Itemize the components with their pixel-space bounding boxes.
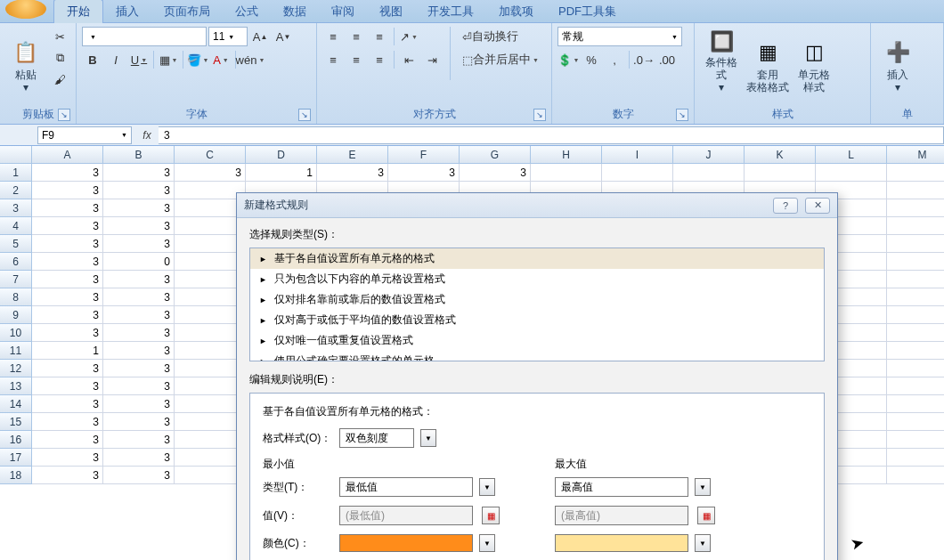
number-dialog-launcher[interactable]: ↘ [676,109,688,121]
row-header[interactable]: 13 [0,377,32,395]
cell[interactable]: 3 [103,377,175,395]
rule-type-list[interactable]: ►基于各自值设置所有单元格的格式 ►只为包含以下内容的单元格设置格式 ►仅对排名… [249,248,825,361]
row-header[interactable]: 15 [0,413,32,431]
cell[interactable] [175,395,246,413]
cell[interactable] [175,342,246,360]
cell[interactable]: 3 [32,324,103,342]
dialog-close-button[interactable]: ✕ [805,198,830,214]
cell[interactable]: 3 [103,431,175,449]
tab-review[interactable]: 审阅 [319,0,367,23]
orientation-button[interactable]: ↗▼ [398,27,419,46]
row-header[interactable]: 8 [0,288,32,306]
copy-button[interactable]: ⧉ [49,48,70,68]
row-header[interactable]: 6 [0,253,32,271]
cell[interactable]: 3 [388,164,460,182]
cell[interactable]: 3 [32,288,103,306]
cell[interactable] [175,431,246,449]
cell[interactable]: 3 [32,377,103,395]
cell[interactable] [175,217,246,235]
cell[interactable] [887,199,944,217]
cell[interactable] [887,431,944,449]
col-header[interactable]: E [317,146,388,164]
tab-pdf[interactable]: PDF工具集 [546,0,629,23]
cell[interactable] [887,235,944,253]
cell[interactable] [175,324,246,342]
cell[interactable]: 3 [32,235,103,253]
cell[interactable]: 3 [103,235,175,253]
cell[interactable] [673,164,745,182]
cell[interactable] [887,377,944,395]
shrink-font-button[interactable]: A▼ [273,27,294,46]
cell-styles-button[interactable]: ◫ 单元格 样式 [793,27,835,96]
cell[interactable]: 0 [103,253,175,271]
row-header[interactable]: 1 [0,164,32,182]
cell[interactable] [175,467,246,484]
cell[interactable] [531,164,602,182]
col-header[interactable]: B [103,146,175,164]
dialog-titlebar[interactable]: 新建格式规则 ? ✕ [237,193,837,218]
cell[interactable]: 3 [103,324,175,342]
conditional-format-button[interactable]: 🔲 条件格式▾ [700,27,743,96]
col-header[interactable]: M [887,146,944,164]
cell[interactable]: 3 [103,164,175,182]
fx-button[interactable]: fx [135,126,159,144]
italic-button[interactable]: I [105,50,126,69]
cell[interactable] [175,235,246,253]
min-type-dropdown[interactable]: 最低值 [339,477,473,497]
row-header[interactable]: 10 [0,324,32,342]
phonetic-button[interactable]: wén▼ [240,50,261,69]
max-type-dropdown[interactable]: 最高值 [555,477,688,497]
tab-developer[interactable]: 开发工具 [415,0,486,23]
cell[interactable]: 3 [175,164,246,182]
row-header[interactable]: 14 [0,395,32,413]
col-header[interactable]: L [816,146,887,164]
cell[interactable] [887,449,944,467]
rule-type-item[interactable]: ►仅对唯一值或重复值设置格式 [250,330,824,351]
select-all-corner[interactable] [0,146,32,164]
row-header[interactable]: 5 [0,235,32,253]
cell[interactable] [887,395,944,413]
cell[interactable] [175,253,246,271]
cell[interactable]: 3 [103,467,175,484]
col-header[interactable]: F [388,146,460,164]
cell[interactable]: 3 [103,360,175,377]
cell[interactable]: 3 [103,306,175,324]
cut-button[interactable]: ✂ [49,27,70,46]
cell[interactable] [175,182,246,199]
underline-button[interactable]: U▼ [128,50,150,69]
cell[interactable]: 3 [103,182,175,199]
insert-cells-button[interactable]: ➕ 插入▾ [876,27,919,96]
col-header[interactable]: D [246,146,317,164]
row-header[interactable]: 9 [0,306,32,324]
cell[interactable]: 3 [103,395,175,413]
row-header[interactable]: 3 [0,199,32,217]
align-right-button[interactable]: ≡ [369,50,390,69]
min-color-swatch[interactable] [339,534,473,552]
alignment-dialog-launcher[interactable]: ↘ [533,109,546,121]
cell[interactable]: 3 [103,449,175,467]
col-header[interactable]: I [602,146,673,164]
tab-pagelayout[interactable]: 页面布局 [151,0,223,23]
col-header[interactable]: C [175,146,246,164]
row-header[interactable]: 12 [0,360,32,377]
cell[interactable] [887,271,944,288]
rule-type-item[interactable]: ►只为包含以下内容的单元格设置格式 [250,269,824,289]
rule-type-item[interactable]: ►仅对高于或低于平均值的数值设置格式 [250,310,824,330]
dropdown-arrow-icon[interactable]: ▼ [479,534,495,552]
col-header[interactable]: G [460,146,531,164]
number-format-combo[interactable]: 常规▼ [557,27,682,46]
row-header[interactable]: 18 [0,467,32,484]
align-left-button[interactable]: ≡ [322,50,344,69]
dialog-help-button[interactable]: ? [773,198,798,214]
col-header[interactable]: K [745,146,816,164]
cell[interactable]: 3 [103,271,175,288]
increase-indent-button[interactable]: ⇥ [421,50,443,69]
fill-color-button[interactable]: 🪣▼ [187,50,208,69]
cell[interactable] [175,199,246,217]
cell[interactable] [175,413,246,431]
row-header[interactable]: 4 [0,217,32,235]
decrease-indent-button[interactable]: ⇤ [398,50,419,69]
format-painter-button[interactable]: 🖌 [49,69,70,89]
cell[interactable]: 3 [103,217,175,235]
paste-button[interactable]: 📋 粘贴▾ [5,27,45,96]
